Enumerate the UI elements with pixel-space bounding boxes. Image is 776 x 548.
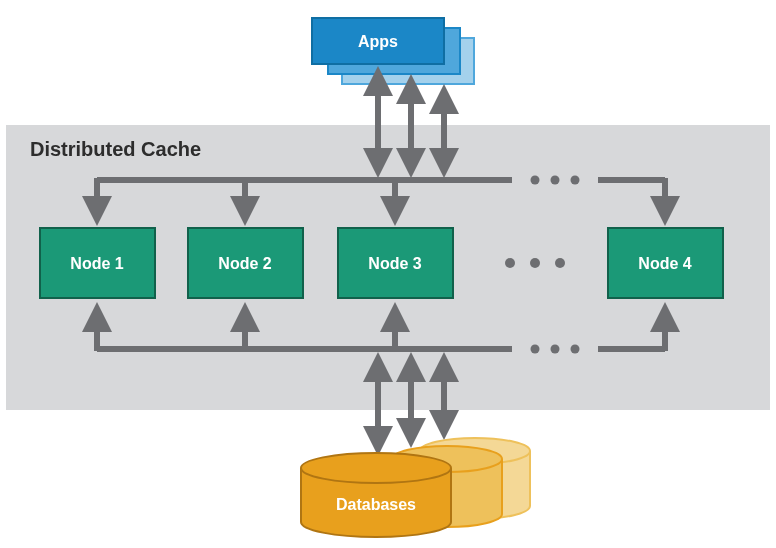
svg-point-11 [551,345,560,354]
apps-label: Apps [358,33,398,50]
node-label: Node 3 [368,255,421,272]
svg-point-5 [505,258,515,268]
svg-point-7 [555,258,565,268]
node-label: Node 4 [638,255,691,272]
cache-nodes: Node 1 Node 2 Node 3 Node 4 [40,228,723,298]
svg-point-3 [551,176,560,185]
svg-point-4 [571,176,580,185]
databases-label: Databases [336,496,416,513]
cache-title: Distributed Cache [30,138,201,160]
ellipsis-icon [531,345,580,354]
distributed-cache-diagram: Distributed Cache Apps Node 1 [0,0,776,548]
svg-point-2 [531,176,540,185]
apps-stack: Apps [312,18,474,84]
ellipsis-icon [531,176,580,185]
svg-point-6 [530,258,540,268]
databases-stack: Databases [301,438,530,537]
svg-point-12 [571,345,580,354]
node-label: Node 2 [218,255,271,272]
node-label: Node 1 [70,255,123,272]
svg-point-15 [301,453,451,483]
database-cylinder-1 [301,453,451,537]
svg-point-10 [531,345,540,354]
